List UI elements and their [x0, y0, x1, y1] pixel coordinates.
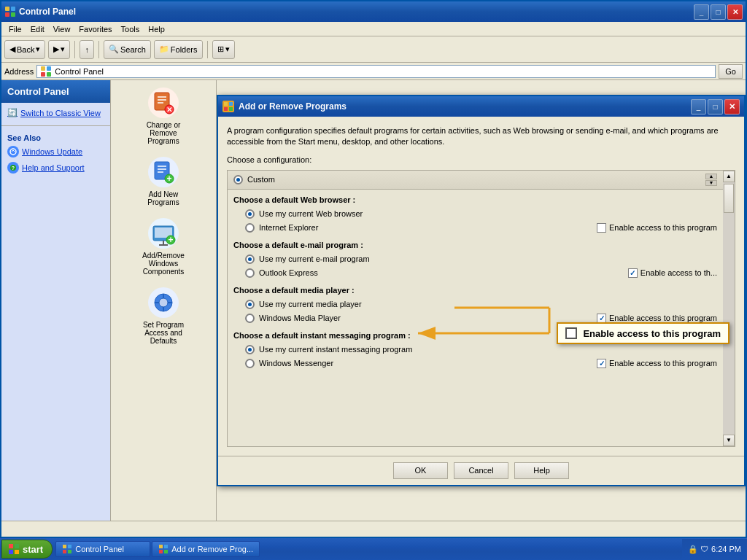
maximize-button[interactable]: □ [711, 4, 726, 20]
menu-tools[interactable]: Tools [117, 23, 144, 35]
svg-rect-54 [159, 550, 163, 553]
title-bar: Control Panel _ □ ✕ [1, 1, 746, 22]
menu-help[interactable]: Help [144, 23, 169, 35]
media-enable-area: Enable access to this program [597, 314, 717, 323]
email-radio-0[interactable] [245, 254, 255, 264]
tooltip-label: Enable access to this program [583, 328, 721, 339]
web-browser-option-0[interactable]: Use my current Web browser [228, 207, 723, 221]
config-header-row: Custom ▲ ▼ [228, 171, 723, 190]
dialog-description: A program configuration specifies defaul… [227, 125, 735, 148]
web-browser-option-1[interactable]: Internet Explorer [245, 223, 318, 233]
taskbar-task-dialog[interactable]: Add or Remove Prog... [152, 541, 260, 557]
svg-rect-5 [47, 66, 51, 71]
windows-update-link[interactable]: Windows Update [1, 144, 110, 160]
config-scroll-down[interactable]: ▼ [705, 180, 717, 186]
address-input[interactable]: Control Panel [36, 65, 716, 78]
help-button[interactable]: Help [514, 462, 569, 479]
svg-rect-48 [63, 545, 66, 548]
cp-icon-add-new[interactable]: + Add NewPrograms [111, 149, 216, 211]
help-support-link[interactable]: ? Help and Support [1, 160, 110, 176]
web-browser-radio-1[interactable] [245, 223, 255, 233]
svg-rect-36 [229, 102, 233, 106]
ok-button[interactable]: OK [393, 462, 448, 479]
toolbar: ◀ Back ▾ ▶ ▾ ↑ 🔍 Search 📁 Folders [1, 36, 746, 63]
menu-edit[interactable]: Edit [26, 23, 49, 35]
email-option-0[interactable]: Use my current e-mail program [228, 252, 723, 266]
control-panel-window: Control Panel _ □ ✕ File Edit View Favor… [0, 0, 747, 538]
cp-icon-set-program[interactable]: Set ProgramAccess andDefaults [111, 280, 216, 349]
config-scroll-up[interactable]: ▲ [705, 174, 717, 179]
help-support-label: Help and Support [22, 163, 85, 172]
choose-config-label: Choose a configuration: [227, 155, 735, 164]
switch-classic-link[interactable]: 🔄 Switch to Classic View [1, 106, 110, 120]
go-button[interactable]: Go [719, 64, 743, 79]
dialog-minimize-button[interactable]: _ [691, 99, 706, 114]
help-support-icon: ? [7, 162, 19, 174]
svg-rect-50 [63, 550, 66, 553]
menu-view[interactable]: View [49, 23, 75, 35]
minimize-button[interactable]: _ [694, 4, 709, 20]
views-icon: ⊞ [217, 44, 224, 54]
scroll-track [723, 182, 735, 435]
close-button[interactable]: ✕ [727, 4, 743, 20]
toolbar-separator-2 [98, 41, 99, 58]
svg-rect-0 [5, 7, 9, 11]
back-arrow-icon: ◀ [9, 44, 15, 54]
menu-favorites[interactable]: Favorites [74, 23, 116, 35]
cp-icon-change-remove[interactable]: ✕ Change orRemovePrograms [111, 80, 216, 149]
messaging-radio-0[interactable] [245, 345, 255, 354]
svg-rect-2 [5, 12, 9, 17]
folders-button[interactable]: 📁 Folders [154, 40, 203, 59]
svg-rect-1 [11, 7, 15, 11]
scroll-up-button[interactable]: ▲ [723, 171, 735, 182]
dialog-close-button[interactable]: ✕ [724, 99, 740, 114]
folders-label: Folders [171, 45, 198, 54]
email-enable-checkbox[interactable] [628, 268, 638, 278]
svg-text:?: ? [12, 166, 15, 171]
svg-rect-45 [15, 544, 19, 548]
messaging-radio-1[interactable] [245, 359, 255, 368]
search-button[interactable]: 🔍 Search [104, 40, 151, 59]
email-enable-area: Enable access to th... [628, 268, 717, 278]
svg-rect-47 [15, 550, 19, 554]
custom-option[interactable]: Custom [233, 175, 275, 184]
email-radio-1[interactable] [245, 268, 255, 278]
web-browser-enable-checkbox[interactable] [597, 223, 606, 233]
forward-button[interactable]: ▶ ▾ [48, 40, 70, 59]
media-radio-1[interactable] [245, 314, 255, 323]
address-value: Control Panel [55, 67, 104, 76]
taskbar-task-cp[interactable]: Control Panel [55, 541, 150, 557]
messaging-label-0: Use my current instant messaging program [259, 345, 412, 354]
views-button[interactable]: ⊞ ▾ [212, 40, 235, 59]
messaging-option-1[interactable]: Windows Messenger [245, 359, 333, 368]
cp-icon-add-new-label: Add NewPrograms [147, 190, 179, 206]
tooltip-callout: Enable access to this program [557, 322, 729, 344]
messaging-enable-checkbox[interactable] [597, 359, 606, 368]
up-button[interactable]: ↑ [80, 40, 94, 59]
menu-file[interactable]: File [4, 23, 26, 35]
taskbar-task-dialog-label: Add or Remove Prog... [171, 545, 253, 553]
see-also-section: See Also [1, 129, 110, 144]
search-icon: 🔍 [109, 44, 119, 54]
cp-icon-add-remove-windows[interactable]: + Add/RemoveWindowsComponents [111, 211, 216, 280]
messaging-label-1: Windows Messenger [259, 359, 333, 368]
tray-icons: 🔒 🛡 [688, 545, 708, 554]
scroll-down-button[interactable]: ▼ [723, 435, 735, 446]
email-option-1[interactable]: Outlook Express [245, 268, 318, 278]
web-browser-option-1-row: Internet Explorer Enable access to this … [228, 221, 723, 235]
start-button[interactable]: start [1, 540, 53, 559]
back-button[interactable]: ◀ Back ▾ [4, 40, 45, 59]
config-scrollbar[interactable]: ▲ ▼ [723, 171, 735, 446]
custom-radio[interactable] [233, 175, 243, 184]
web-browser-radio-0[interactable] [245, 209, 255, 219]
media-enable-checkbox[interactable] [597, 314, 606, 323]
scroll-thumb[interactable] [724, 184, 734, 213]
media-radio-0[interactable] [245, 300, 255, 309]
taskbar-dialog-icon [158, 544, 169, 554]
cancel-button[interactable]: Cancel [454, 462, 508, 479]
media-option-1[interactable]: Windows Media Player [245, 314, 341, 323]
web-browser-enable-label: Enable access to this program [609, 223, 717, 232]
forward-dropdown-icon: ▾ [61, 44, 65, 54]
clock: 6:24 PM [711, 545, 741, 553]
dialog-maximize-button[interactable]: □ [708, 99, 723, 114]
